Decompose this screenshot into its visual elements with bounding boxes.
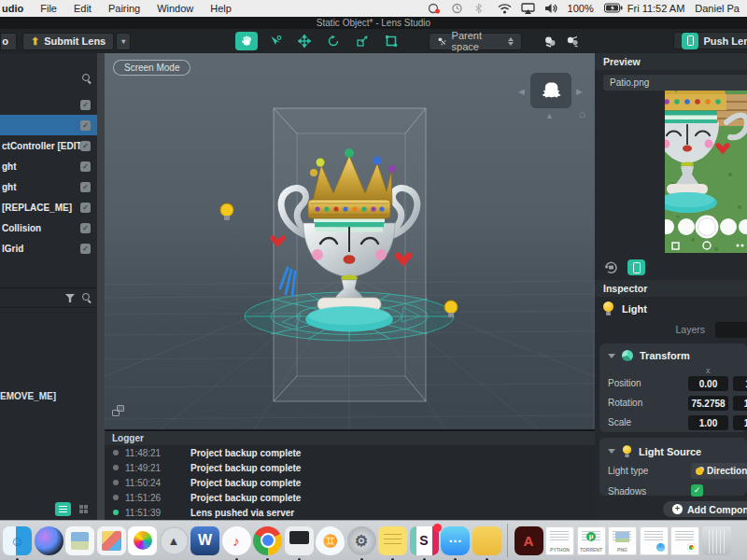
dock-acrobat-folder-icon[interactable]: A	[514, 526, 543, 555]
layers-field[interactable]	[715, 322, 747, 338]
dock-appstore-icon[interactable]	[97, 526, 126, 555]
nav-up-arrow-icon[interactable]: ▲	[545, 111, 554, 120]
dock-launchpad-icon[interactable]: ▲	[160, 526, 189, 555]
visibility-checkbox[interactable]	[80, 244, 91, 254]
logger-header[interactable]: Logger	[105, 431, 595, 445]
collapse-icon[interactable]	[608, 449, 615, 454]
nav-home-icon[interactable]: ⌂	[579, 107, 585, 120]
search-icon[interactable]	[82, 74, 92, 83]
dock-gemini-icon[interactable]: ♊	[316, 526, 345, 555]
submit-lens-dropdown[interactable]: ▾	[116, 33, 131, 50]
airplay-display-icon[interactable]	[521, 3, 534, 14]
nav-left-arrow-icon[interactable]: ◀	[518, 87, 525, 96]
volume-icon[interactable]	[544, 3, 557, 14]
submit-lens-button[interactable]: ⬆ Submit Lens	[22, 33, 114, 50]
visibility-checkbox[interactable]	[80, 120, 91, 131]
object-row[interactable]: Collision	[0, 217, 97, 238]
menu-user[interactable]: Daniel Pa	[695, 3, 740, 14]
dock-torrent-file-icon[interactable]: µTORRENT	[577, 526, 606, 555]
rotation-x-field[interactable]: 75.2758	[688, 396, 728, 411]
dock-messages-icon[interactable]: …	[441, 526, 470, 555]
visibility-checkbox[interactable]	[80, 223, 91, 233]
snapping-icon[interactable]	[539, 32, 561, 50]
move-tool[interactable]	[293, 32, 316, 50]
shadows-checkbox[interactable]	[691, 484, 703, 497]
dock-python-file-icon[interactable]: PYTHON	[545, 526, 574, 555]
collapse-icon[interactable]	[608, 354, 615, 358]
position-x-field[interactable]: 0.00	[688, 376, 728, 391]
object-row-selected[interactable]	[0, 115, 97, 135]
object-row[interactable]: ght	[0, 176, 97, 197]
visibility-checkbox[interactable]	[80, 141, 91, 151]
dock-preview-icon[interactable]	[65, 526, 94, 555]
filter-icon[interactable]	[65, 294, 75, 302]
visibility-checkbox[interactable]	[80, 161, 91, 172]
menu-window[interactable]: Window	[157, 3, 193, 14]
scene-viewport[interactable]: Screen Mode ◀ ▶ ▲ ⌂	[105, 53, 595, 429]
screen-mode-button[interactable]: Screen Mode	[113, 60, 190, 76]
app-menu[interactable]: udio	[2, 3, 23, 14]
menu-pairing[interactable]: Pairing	[108, 3, 140, 14]
light-source-header[interactable]: Light Source	[599, 438, 747, 462]
object-row[interactable]: ght	[0, 156, 97, 176]
object-row[interactable]	[0, 94, 97, 115]
menu-help[interactable]: Help	[210, 3, 232, 14]
dock-chrome-icon[interactable]	[253, 526, 282, 555]
screen-record-icon[interactable]	[428, 3, 441, 14]
select-tool[interactable]	[264, 32, 287, 50]
bluetooth-icon[interactable]	[474, 3, 487, 14]
dock-photos-icon[interactable]	[128, 526, 157, 555]
menu-file[interactable]: File	[40, 3, 57, 14]
rotate-tool[interactable]	[322, 32, 345, 50]
time-machine-icon[interactable]	[451, 3, 464, 14]
wifi-icon[interactable]	[498, 3, 511, 14]
dock-finder-icon[interactable]: ☺	[3, 526, 32, 555]
resource-label[interactable]: EMOVE_ME]	[0, 391, 56, 401]
add-component-button[interactable]: + Add Component	[663, 501, 747, 517]
rect-transform-tool[interactable]	[380, 32, 402, 50]
multi-view-icon[interactable]	[112, 405, 124, 416]
list-view-button[interactable]	[55, 502, 71, 516]
dock-folder-icon[interactable]	[472, 526, 501, 555]
object-row[interactable]: lGrid	[0, 238, 97, 259]
position-y-field[interactable]: 125	[733, 376, 747, 391]
dock-siri-icon[interactable]	[35, 526, 63, 555]
object-row[interactable]: ctController [EDIT	[0, 135, 97, 156]
dock-png-file-icon[interactable]: PNG	[608, 526, 637, 555]
coordinate-space-select[interactable]: Parent space	[429, 33, 522, 50]
dock-trash-icon[interactable]	[702, 526, 731, 555]
camera-preview[interactable]	[665, 91, 747, 253]
snapchat-ghost-button[interactable]	[530, 73, 571, 108]
nav-right-arrow-icon[interactable]: ▶	[576, 87, 583, 96]
dock-system-preferences-icon[interactable]: ⚙	[347, 526, 376, 555]
grid-snapping-icon[interactable]	[561, 32, 584, 50]
grid-view-button[interactable]	[76, 502, 92, 516]
search-icon[interactable]	[82, 293, 92, 302]
scale-y-field[interactable]: 1.00	[733, 415, 747, 430]
dock-itunes-icon[interactable]: ♪	[222, 526, 251, 555]
transform-header[interactable]: Transform	[599, 343, 747, 365]
dock-display-icon[interactable]	[285, 526, 314, 555]
dock-document-icon[interactable]	[640, 526, 669, 555]
visibility-checkbox[interactable]	[80, 182, 91, 192]
clipped-left-button[interactable]: o	[0, 33, 17, 50]
visibility-checkbox[interactable]	[80, 100, 91, 110]
dock-word-icon[interactable]: W	[190, 526, 219, 555]
dock-html-document-icon[interactable]	[670, 526, 699, 555]
camera-flip-icon[interactable]	[602, 259, 620, 275]
pan-hand-tool[interactable]	[235, 32, 258, 50]
visibility-checkbox[interactable]	[80, 203, 91, 213]
dock-slack-icon[interactable]: S	[410, 526, 439, 555]
scale-tool[interactable]	[351, 32, 374, 50]
menu-edit[interactable]: Edit	[74, 3, 92, 14]
dock-stickies-icon[interactable]	[378, 526, 407, 555]
object-row[interactable]: [REPLACE_ME]	[0, 197, 97, 217]
push-lens-button[interactable]: Push Lens	[673, 32, 747, 49]
rotation-y-field[interactable]: 17.1	[733, 396, 747, 411]
panel-splitter[interactable]	[97, 53, 105, 520]
light-type-dropdown[interactable]: Directional	[691, 463, 747, 479]
preview-source-select[interactable]: Patio.png	[603, 75, 747, 91]
scale-x-field[interactable]: 1.00	[688, 415, 728, 430]
menu-clock[interactable]: Fri 11:52 AM	[627, 3, 685, 14]
pair-device-icon[interactable]	[627, 259, 645, 275]
